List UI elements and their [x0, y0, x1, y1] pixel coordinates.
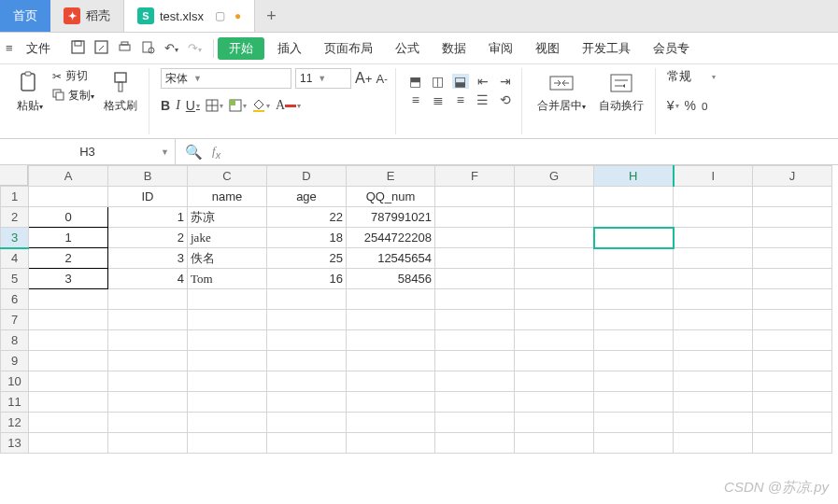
cell[interactable]: QQ_num [347, 187, 435, 207]
cell[interactable] [753, 310, 832, 330]
cell[interactable] [753, 248, 832, 269]
bold-button[interactable]: B [161, 98, 170, 113]
cell[interactable] [594, 269, 674, 289]
tab-docer[interactable]: ✦ 稻壳 [50, 0, 124, 32]
cell[interactable]: 18 [267, 228, 347, 248]
row-header[interactable]: 1 [1, 187, 29, 207]
col-header[interactable]: B [108, 166, 188, 187]
cell[interactable] [594, 392, 674, 413]
paste-button[interactable]: 粘贴▾ [13, 68, 47, 116]
col-header[interactable]: I [674, 166, 753, 187]
cell[interactable] [435, 310, 515, 330]
cell[interactable] [674, 187, 753, 207]
cell[interactable] [188, 351, 267, 371]
row-header[interactable]: 5 [1, 269, 29, 289]
align-center-icon[interactable]: ≣ [430, 92, 447, 107]
align-bottom-icon[interactable]: ⬓ [452, 74, 469, 89]
cell[interactable] [674, 269, 753, 289]
cell[interactable] [435, 248, 515, 269]
cell[interactable] [515, 269, 594, 289]
row-header[interactable]: 9 [1, 351, 29, 371]
cell[interactable] [674, 330, 753, 351]
cell[interactable] [347, 413, 435, 433]
col-header[interactable]: J [753, 166, 832, 187]
cell[interactable]: 2 [108, 228, 188, 248]
cell[interactable] [674, 351, 753, 371]
cell[interactable]: 2 [29, 248, 108, 269]
cell[interactable]: 12545654 [347, 248, 435, 269]
cell[interactable] [435, 269, 515, 289]
cell[interactable] [594, 207, 674, 228]
fx-icon[interactable]: fx [212, 144, 220, 161]
menu-start[interactable]: 开始 [218, 37, 264, 60]
increase-font-icon[interactable]: A+ [355, 70, 372, 87]
cell[interactable]: 3 [108, 248, 188, 269]
wrap-text-button[interactable]: 自动换行 [595, 68, 647, 116]
selected-cell[interactable] [594, 228, 674, 248]
cell[interactable] [594, 351, 674, 371]
font-name-select[interactable]: 宋体▼ [161, 68, 291, 89]
row-header[interactable]: 6 [1, 289, 29, 310]
cell[interactable] [108, 289, 188, 310]
hamburger-icon[interactable]: ≡ [6, 41, 13, 55]
cell[interactable]: 佚名 [188, 248, 267, 269]
cell[interactable] [674, 371, 753, 392]
cell[interactable] [515, 310, 594, 330]
select-all-corner[interactable] [0, 165, 28, 186]
save-icon[interactable] [71, 40, 85, 57]
cell[interactable] [188, 392, 267, 413]
cell[interactable]: 58456 [347, 269, 435, 289]
cell[interactable] [29, 392, 108, 413]
menu-review[interactable]: 审阅 [479, 36, 522, 61]
indent-decrease-icon[interactable]: ⇤ [475, 74, 491, 89]
cell[interactable] [188, 433, 267, 454]
cell[interactable] [515, 228, 594, 248]
fill-color-button[interactable]: ▾ [252, 99, 270, 112]
row-header[interactable]: 11 [1, 392, 29, 413]
cell[interactable]: 787991021 [347, 207, 435, 228]
col-header[interactable]: G [515, 166, 594, 187]
merge-center-button[interactable]: 合并居中▾ [533, 68, 589, 116]
cell[interactable] [267, 330, 347, 351]
cell[interactable] [594, 433, 674, 454]
cell[interactable] [108, 330, 188, 351]
cell[interactable] [29, 433, 108, 454]
cell[interactable] [347, 371, 435, 392]
align-left-icon[interactable]: ≡ [407, 92, 424, 107]
cell[interactable] [674, 207, 753, 228]
cell[interactable] [29, 187, 108, 207]
print-preview-icon[interactable] [141, 40, 155, 57]
menu-member[interactable]: 会员专 [644, 36, 699, 61]
search-fx-icon[interactable]: 🔍 [185, 144, 203, 161]
cell[interactable] [515, 392, 594, 413]
cell[interactable] [188, 371, 267, 392]
font-color-button[interactable]: A▾ [276, 98, 301, 113]
cell[interactable] [267, 371, 347, 392]
cell-style-button[interactable]: ▾ [229, 99, 247, 112]
menu-page-layout[interactable]: 页面布局 [315, 36, 382, 61]
cell[interactable] [674, 289, 753, 310]
menu-formulas[interactable]: 公式 [386, 36, 429, 61]
cell[interactable] [29, 310, 108, 330]
cell[interactable] [435, 228, 515, 248]
cell[interactable] [267, 413, 347, 433]
menu-data[interactable]: 数据 [433, 36, 476, 61]
undo-icon[interactable]: ↶▾ [164, 41, 178, 55]
row-header[interactable]: 13 [1, 433, 29, 454]
cell[interactable]: 1 [29, 228, 108, 248]
cell[interactable]: 16 [267, 269, 347, 289]
cell[interactable] [594, 187, 674, 207]
cell[interactable] [188, 413, 267, 433]
cell[interactable] [29, 371, 108, 392]
menu-dev-tools[interactable]: 开发工具 [573, 36, 640, 61]
align-top-icon[interactable]: ⬒ [407, 74, 424, 89]
cell[interactable] [594, 289, 674, 310]
cell[interactable]: 25 [267, 248, 347, 269]
row-header[interactable]: 3 [1, 228, 29, 248]
cell[interactable] [594, 413, 674, 433]
save-as-icon[interactable] [94, 40, 108, 57]
col-header[interactable]: D [267, 166, 347, 187]
cell[interactable] [347, 433, 435, 454]
cell[interactable] [753, 228, 832, 248]
new-tab-button[interactable]: + [255, 0, 288, 32]
